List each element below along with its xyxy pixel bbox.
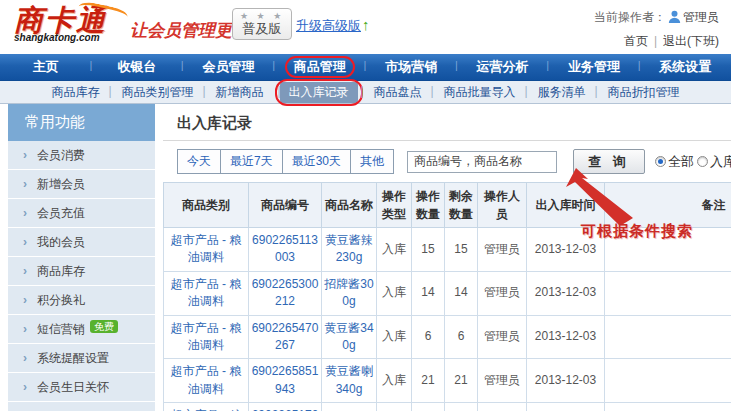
sidebar-item[interactable]: 系统提醒设置 <box>8 344 155 373</box>
cell-datetime: 2013-12-03 <box>527 403 605 411</box>
home-link[interactable]: 首页 <box>624 34 648 48</box>
column-header-label: 出入库时间 <box>536 198 596 212</box>
subnav-item-label: 新增商品 <box>216 85 264 99</box>
sidebar-item[interactable]: 会员生日关怀 <box>8 373 155 402</box>
sidebar-item-label: 会员生日关怀 <box>37 380 109 394</box>
operator-row: 当前操作者：管理员 <box>594 9 719 26</box>
sidebar-item-label: 积分换礼 <box>37 293 85 307</box>
free-badge: 免费 <box>90 320 118 333</box>
sidebar-item-label: 我的会员 <box>37 235 85 249</box>
cell-datetime: 2013-12-03 <box>527 271 605 315</box>
column-header: 出入库时间 <box>527 183 605 228</box>
subnav-item-label: 商品批量导入 <box>444 85 516 99</box>
sidebar-item[interactable]: 会员充值 <box>8 199 155 228</box>
sidebar-item-label: 会员充值 <box>37 206 85 220</box>
cell-remaining-qty: 6 <box>445 315 478 359</box>
quick-filter-button[interactable]: 最近7天 <box>221 150 283 173</box>
cell-product-code[interactable]: 6902265300212 <box>249 271 322 315</box>
cell-product-code[interactable]: 6902265113003 <box>249 228 322 272</box>
sub-nav: 商品库存商品类别管理新增商品出入库记录商品盘点商品批量导入服务清单商品折扣管理 <box>0 81 731 104</box>
type-radio[interactable]: 全部 <box>655 153 694 171</box>
nav-item[interactable]: 收银台 <box>91 54 182 80</box>
cell-product-code[interactable]: 6902265170501 <box>249 403 322 411</box>
cell-category[interactable]: 超市产品 - 粮油调料 <box>164 315 249 359</box>
column-header-label: 商品类别 <box>182 198 230 212</box>
quick-filter-button[interactable]: 今天 <box>178 150 221 173</box>
sidebar-item[interactable]: 积分换礼 <box>8 286 155 315</box>
logout-link[interactable]: 退出(下班) <box>663 34 719 48</box>
quick-filter-label: 最近7天 <box>230 154 273 168</box>
sidebar-item[interactable]: 会员消费 <box>8 141 155 170</box>
sidebar-list: 会员消费新增会员会员充值我的会员商品库存积分换礼短信营销免费系统提醒设置会员生日… <box>8 141 155 402</box>
edition-badge: ★ ★ ★ 普及版 <box>232 8 292 40</box>
brand-domain: shangkatong.com <box>14 32 107 43</box>
nav-item-label: 主页 <box>33 58 59 76</box>
quick-filter-button[interactable]: 其他 <box>351 150 393 173</box>
column-header: 商品类别 <box>164 183 249 228</box>
cell-operation-type: 入库 <box>377 359 412 403</box>
cell-category[interactable]: 超市产品 - 粮油调料 <box>164 271 249 315</box>
cell-product-name[interactable]: 黄豆酱辣230g <box>322 228 377 272</box>
subnav-item[interactable]: 商品类别管理 <box>111 82 205 103</box>
up-arrow-icon: ↑ <box>362 16 370 33</box>
type-radio[interactable]: 入库 <box>697 153 731 171</box>
nav-item[interactable]: 会员管理 <box>183 54 274 80</box>
nav-item[interactable]: 运营分析 <box>457 54 548 80</box>
nav-item[interactable]: 业务管理 <box>548 54 639 80</box>
cell-product-name[interactable]: 黄豆酱340g <box>322 315 377 359</box>
sidebar-item[interactable]: 我的会员 <box>8 228 155 257</box>
cell-product-code[interactable]: 6902265851943 <box>249 359 322 403</box>
cell-product-name[interactable]: 招牌酱300g <box>322 271 377 315</box>
page-body: 常用功能 会员消费新增会员会员充值我的会员商品库存积分换礼短信营销免费系统提醒设… <box>0 104 731 411</box>
cell-operation-type: 入库 <box>377 315 412 359</box>
subnav-item[interactable]: 新增商品 <box>205 82 275 103</box>
column-header-label: 商品名称 <box>325 198 373 212</box>
quick-filter-label: 其他 <box>360 154 384 168</box>
nav-item-label: 市场营销 <box>385 58 437 76</box>
search-button[interactable]: 查 询 <box>573 149 645 174</box>
quick-filter-label: 今天 <box>187 154 211 168</box>
nav-item[interactable]: 市场营销 <box>366 54 457 80</box>
upgrade-link[interactable]: 升级高级版↑ <box>296 16 370 35</box>
brand-logo[interactable]: 商卡通 shangkatong.com <box>14 5 107 43</box>
edition-stars-icon: ★ ★ ★ <box>240 11 284 21</box>
cell-category[interactable]: 超市产品 - 粮油调料 <box>164 359 249 403</box>
search-input[interactable] <box>407 151 557 173</box>
filter-bar: 今天最近7天最近30天其他 查 询 全部入库出库其他 <box>177 149 731 174</box>
annotation-text: 可根据条件搜索 <box>581 222 693 241</box>
cell-operator: 管理员 <box>478 403 527 411</box>
subnav-item[interactable]: 服务清单 <box>527 82 597 103</box>
quick-date-filters: 今天最近7天最近30天其他 <box>177 149 394 174</box>
table-row: 超市产品 - 粮油调料 6902265851943 黄豆酱喇340g 入库 21… <box>164 359 731 403</box>
user-bar: 当前操作者：管理员 首页|退出(下班) <box>594 9 719 50</box>
table-row: 超市产品 - 粮油调料 6902265170501 鲜味生抽 入库 12 12 … <box>164 403 731 411</box>
sidebar-item[interactable]: 短信营销免费 <box>8 315 155 344</box>
sidebar: 常用功能 会员消费新增会员会员充值我的会员商品库存积分换礼短信营销免费系统提醒设… <box>8 104 155 411</box>
records-table: 商品类别商品编号商品名称操作类型操作数量剩余数量操作人员出入库时间备注 超市产品… <box>163 182 731 411</box>
quick-filter-button[interactable]: 最近30天 <box>283 150 351 173</box>
subnav-item[interactable]: 商品批量导入 <box>433 82 527 103</box>
subnav-item[interactable]: 商品库存 <box>41 82 111 103</box>
nav-item[interactable]: 主页 <box>0 54 91 80</box>
column-header-label: 备注 <box>702 198 726 212</box>
table-body: 超市产品 - 粮油调料 6902265113003 黄豆酱辣230g 入库 15… <box>164 228 731 411</box>
cell-operation-qty: 14 <box>412 271 445 315</box>
subnav-item[interactable]: 商品折扣管理 <box>597 82 691 103</box>
upgrade-label: 升级高级版 <box>296 18 361 33</box>
cell-product-name[interactable]: 黄豆酱喇340g <box>322 359 377 403</box>
cell-remark <box>605 359 731 403</box>
subnav-item[interactable]: 商品盘点 <box>363 82 433 103</box>
cell-product-code[interactable]: 6902265470267 <box>249 315 322 359</box>
cell-category[interactable]: 超市产品 - 粮油调料 <box>164 228 249 272</box>
sidebar-item[interactable]: 商品库存 <box>8 257 155 286</box>
column-header: 操作数量 <box>412 183 445 228</box>
nav-item[interactable]: 系统设置 <box>640 54 731 80</box>
subnav-item[interactable]: 出入库记录 <box>280 82 358 103</box>
cell-category[interactable]: 超市产品 - 粮油调料 <box>164 403 249 411</box>
cell-product-name[interactable]: 鲜味生抽 <box>322 403 377 411</box>
sidebar-title: 常用功能 <box>8 104 155 141</box>
cell-operation-qty: 15 <box>412 228 445 272</box>
sidebar-item[interactable]: 新增会员 <box>8 170 155 199</box>
nav-item[interactable]: 商品管理 <box>274 54 365 80</box>
cell-operator: 管理员 <box>478 315 527 359</box>
